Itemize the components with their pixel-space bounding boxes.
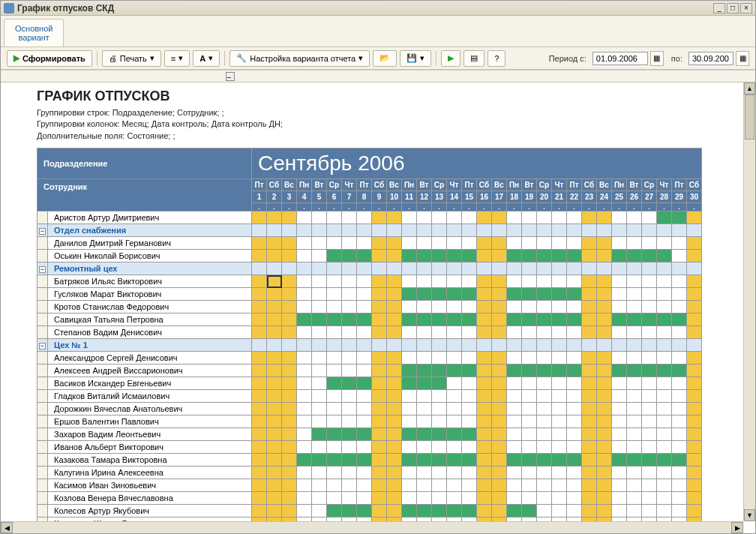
- day-cell[interactable]: [687, 466, 702, 479]
- day-cell[interactable]: [297, 250, 312, 262]
- day-cell[interactable]: [432, 441, 447, 454]
- day-cell[interactable]: [342, 212, 357, 224]
- day-cell[interactable]: [552, 466, 567, 479]
- day-cell[interactable]: [522, 377, 537, 390]
- day-cell[interactable]: [507, 441, 522, 454]
- day-cell[interactable]: [447, 428, 462, 441]
- day-cell[interactable]: [267, 250, 282, 262]
- day-cell[interactable]: [672, 454, 687, 466]
- day-cell[interactable]: [672, 364, 687, 377]
- employee-row[interactable]: Гусляков Марат Викторович: [38, 288, 702, 301]
- day-cell[interactable]: [627, 454, 642, 466]
- day-cell[interactable]: [327, 466, 342, 479]
- day-cell[interactable]: [417, 314, 432, 326]
- day-cell[interactable]: [432, 492, 447, 505]
- day-cell[interactable]: [447, 416, 462, 428]
- day-cell[interactable]: [612, 314, 627, 326]
- day-cell[interactable]: [327, 288, 342, 301]
- day-cell[interactable]: [402, 505, 417, 518]
- day-cell[interactable]: [657, 288, 672, 301]
- day-cell[interactable]: [567, 364, 582, 377]
- day-cell[interactable]: [462, 212, 477, 224]
- day-cell[interactable]: [657, 416, 672, 428]
- day-cell[interactable]: [552, 212, 567, 224]
- day-cell[interactable]: [417, 377, 432, 390]
- day-cell[interactable]: [627, 314, 642, 326]
- day-cell[interactable]: [627, 326, 642, 339]
- employee-row[interactable]: Иванов Альберт Викторович: [38, 441, 702, 454]
- day-cell[interactable]: [522, 364, 537, 377]
- day-cell[interactable]: [507, 250, 522, 262]
- day-cell[interactable]: [267, 377, 282, 390]
- day-cell[interactable]: [387, 505, 402, 518]
- day-cell[interactable]: [312, 441, 327, 454]
- day-cell[interactable]: [357, 212, 372, 224]
- day-cell[interactable]: [267, 492, 282, 505]
- day-cell[interactable]: [537, 237, 552, 250]
- day-cell[interactable]: [267, 237, 282, 250]
- day-cell[interactable]: [477, 275, 492, 288]
- day-cell[interactable]: [297, 428, 312, 441]
- horizontal-scrollbar[interactable]: ◀ ▶: [1, 521, 743, 533]
- day-cell[interactable]: [612, 390, 627, 403]
- day-cell[interactable]: [402, 301, 417, 314]
- day-cell[interactable]: [297, 454, 312, 466]
- period-to-input[interactable]: [688, 52, 734, 65]
- day-cell[interactable]: [417, 326, 432, 339]
- day-cell[interactable]: [522, 352, 537, 364]
- day-cell[interactable]: [417, 390, 432, 403]
- day-cell[interactable]: [657, 505, 672, 518]
- day-cell[interactable]: [387, 288, 402, 301]
- day-cell[interactable]: [672, 479, 687, 492]
- day-cell[interactable]: [627, 301, 642, 314]
- day-cell[interactable]: [402, 275, 417, 288]
- day-cell[interactable]: [687, 288, 702, 301]
- day-cell[interactable]: [687, 237, 702, 250]
- day-cell[interactable]: [672, 441, 687, 454]
- day-cell[interactable]: [567, 212, 582, 224]
- day-cell[interactable]: [387, 250, 402, 262]
- day-cell[interactable]: [252, 428, 267, 441]
- day-cell[interactable]: [612, 364, 627, 377]
- day-cell[interactable]: [357, 492, 372, 505]
- day-cell[interactable]: [342, 479, 357, 492]
- day-cell[interactable]: [507, 505, 522, 518]
- day-cell[interactable]: [312, 364, 327, 377]
- day-cell[interactable]: [327, 212, 342, 224]
- day-cell[interactable]: [282, 390, 297, 403]
- day-cell[interactable]: [252, 454, 267, 466]
- day-cell[interactable]: [657, 454, 672, 466]
- day-cell[interactable]: [627, 403, 642, 416]
- day-cell[interactable]: [312, 416, 327, 428]
- day-cell[interactable]: [507, 466, 522, 479]
- employee-row[interactable]: Степанов Вадим Денисович: [38, 326, 702, 339]
- day-cell[interactable]: [537, 454, 552, 466]
- day-cell[interactable]: [567, 416, 582, 428]
- day-cell[interactable]: [342, 416, 357, 428]
- day-cell[interactable]: [522, 237, 537, 250]
- day-cell[interactable]: [507, 428, 522, 441]
- day-cell[interactable]: [522, 466, 537, 479]
- day-cell[interactable]: [252, 250, 267, 262]
- day-cell[interactable]: [357, 466, 372, 479]
- day-cell[interactable]: [507, 288, 522, 301]
- day-cell[interactable]: [507, 377, 522, 390]
- day-cell[interactable]: [687, 416, 702, 428]
- day-cell[interactable]: [282, 326, 297, 339]
- day-cell[interactable]: [537, 466, 552, 479]
- day-cell[interactable]: [282, 288, 297, 301]
- day-cell[interactable]: [462, 466, 477, 479]
- day-cell[interactable]: [417, 492, 432, 505]
- day-cell[interactable]: [672, 352, 687, 364]
- day-cell[interactable]: [582, 326, 597, 339]
- day-cell[interactable]: [432, 390, 447, 403]
- day-cell[interactable]: [477, 237, 492, 250]
- day-cell[interactable]: [357, 428, 372, 441]
- day-cell[interactable]: [537, 441, 552, 454]
- day-cell[interactable]: [477, 288, 492, 301]
- day-cell[interactable]: [672, 212, 687, 224]
- expand-cell[interactable]: −: [38, 339, 48, 352]
- day-cell[interactable]: [642, 390, 657, 403]
- day-cell[interactable]: [312, 352, 327, 364]
- day-cell[interactable]: [447, 505, 462, 518]
